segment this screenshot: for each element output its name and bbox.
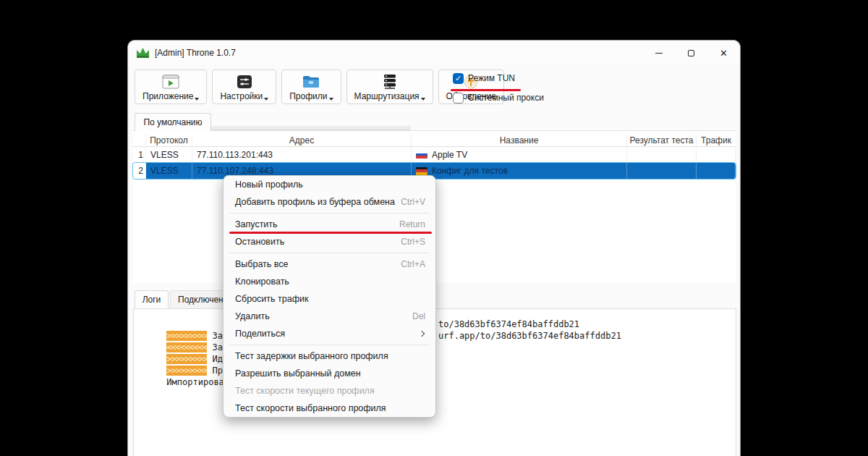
menu-item-delete[interactable]: УдалитьDel <box>224 308 435 325</box>
col-traffic[interactable]: Трафик <box>697 134 736 147</box>
log-text-right: urf.app/to/38d63bf6374ef84baffddb21 <box>438 330 621 342</box>
col-address[interactable]: Адрес <box>192 134 412 147</box>
routing-label: Маршрутизация <box>354 91 420 101</box>
chevron-down-icon <box>329 98 333 101</box>
red-underline-annotation-start <box>229 232 432 234</box>
context-menu: Новый профиль Добавить профиль из буфера… <box>223 175 436 418</box>
table-header-row: Протокол Адрес Название Результат теста … <box>133 134 736 147</box>
title-bar[interactable]: [Admin] Throne 1.0.7 ✕ <box>128 41 740 65</box>
menu-item-new-profile[interactable]: Новый профиль <box>224 176 435 193</box>
flag-russia-icon <box>416 151 427 159</box>
close-icon: ✕ <box>720 48 728 58</box>
shortcut-label: Ctrl+V <box>401 197 425 207</box>
chevron-down-icon <box>421 98 425 101</box>
folder-icon <box>302 73 320 90</box>
shortcut-label: Del <box>412 311 425 321</box>
app-window: [Admin] Throne 1.0.7 ✕ Приложение Настро… <box>127 40 741 456</box>
tab-logs-label: Логи <box>142 295 161 305</box>
routing-button[interactable]: Маршрутизация <box>346 69 433 104</box>
cell-protocol: VLESS <box>146 147 192 163</box>
maximize-button[interactable] <box>675 41 707 65</box>
cell-traffic <box>697 163 736 179</box>
submenu-arrow-icon <box>419 331 425 337</box>
cell-test-result <box>627 147 697 163</box>
shortcut-label: Ctrl+S <box>401 237 425 247</box>
menu-separator <box>229 345 430 345</box>
window-title: [Admin] Throne 1.0.7 <box>155 48 236 58</box>
menu-item-latency-test-selected[interactable]: Тест задержки выбранного профиля <box>224 347 435 365</box>
checkbox-unchecked-icon <box>453 93 464 104</box>
menu-item-select-all[interactable]: Выбрать всеCtrl+A <box>224 256 435 273</box>
menu-item-stop[interactable]: ОстановитьCtrl+S <box>224 233 435 250</box>
tun-mode-checkbox[interactable]: ✓ Режим TUN <box>453 71 544 85</box>
minimize-icon <box>655 53 663 54</box>
system-proxy-label: Системный прокси <box>468 93 544 103</box>
shortcut-label: Return <box>399 219 425 229</box>
settings-label: Настройки <box>220 91 263 101</box>
throne-logo-icon <box>137 48 149 59</box>
cell-name: Apple TV <box>432 150 467 160</box>
row-number: 2 <box>133 163 146 179</box>
tab-logs[interactable]: Логи <box>135 290 169 308</box>
menu-item-reset-traffic[interactable]: Сбросить трафик <box>224 290 435 308</box>
log-text-right: to/38d63bf6374ef84baffddb21 <box>438 318 579 330</box>
menu-item-clone[interactable]: Клонировать <box>224 273 435 290</box>
shortcut-label: Ctrl+A <box>401 259 425 269</box>
cell-name: Конфиг для тестов <box>432 166 508 176</box>
profiles-label: Профили <box>289 91 327 101</box>
app-window-icon <box>162 73 179 90</box>
settings-button[interactable]: Настройки <box>212 69 276 104</box>
profiles-button[interactable]: Профили <box>281 69 341 104</box>
routing-icon <box>381 73 399 90</box>
menu-separator <box>229 213 430 214</box>
minimize-button[interactable] <box>642 41 675 65</box>
tab-default-group[interactable]: По умолчанию <box>135 113 211 131</box>
chevron-down-icon <box>264 98 268 101</box>
menu-item-add-from-clipboard[interactable]: Добавить профиль из буфера обменаCtrl+V <box>224 193 435 211</box>
system-proxy-checkbox[interactable]: Системный прокси <box>453 90 544 105</box>
cell-test-result <box>627 163 697 179</box>
cell-protocol: VLESS <box>146 163 192 179</box>
app-menu-button[interactable]: Приложение <box>135 69 207 104</box>
table-row[interactable]: 1 VLESS 77.110.113.201:443 Apple TV <box>133 147 736 163</box>
maximize-icon <box>688 50 694 56</box>
toolbar: Приложение Настройки Профили Маршрутизац… <box>135 69 504 104</box>
checkbox-checked-icon: ✓ <box>453 73 464 84</box>
tun-mode-label: Режим TUN <box>468 73 515 83</box>
menu-item-start[interactable]: ЗапуститьReturn <box>224 216 435 233</box>
menu-item-share[interactable]: Поделиться <box>224 325 435 342</box>
red-underline-annotation-tun <box>451 89 521 91</box>
app-menu-label: Приложение <box>142 91 193 101</box>
row-number-header <box>133 134 146 147</box>
tab-default-label: По умолчанию <box>143 117 202 127</box>
col-protocol[interactable]: Протокол <box>146 134 192 147</box>
flag-germany-icon <box>416 167 427 175</box>
menu-item-speedtest-current: Тест скорости текущего профиля <box>224 382 435 400</box>
menu-item-resolve-domain[interactable]: Разрешить выбранный домен <box>224 365 435 382</box>
cell-address: 77.110.113.201:443 <box>192 147 412 163</box>
row-number: 1 <box>133 147 146 163</box>
close-button[interactable]: ✕ <box>707 41 740 65</box>
col-name[interactable]: Название <box>412 134 627 147</box>
col-test-result[interactable]: Результат теста <box>627 134 697 147</box>
menu-item-speedtest-selected[interactable]: Тест скорости выбранного профиля <box>224 400 435 417</box>
menu-separator <box>229 253 430 253</box>
settings-icon <box>237 73 252 90</box>
chevron-down-icon <box>195 98 199 101</box>
cell-traffic <box>697 147 736 163</box>
